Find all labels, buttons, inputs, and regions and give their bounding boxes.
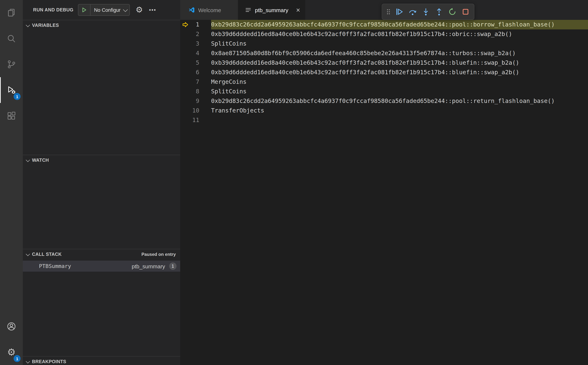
line-number: 10 [180, 106, 199, 115]
chevron-down-icon [25, 251, 31, 257]
step-into-button[interactable] [420, 6, 432, 18]
code-text [211, 115, 588, 125]
code-line[interactable]: 10TransferObjects [180, 106, 588, 115]
extensions-icon [6, 111, 17, 121]
line-number: 9 [180, 96, 199, 106]
sidebar-item-explorer[interactable] [0, 0, 23, 26]
gear-icon: ⚙ [7, 347, 16, 357]
source-control-icon [6, 59, 17, 70]
code-line[interactable]: 7MergeCoins [180, 77, 588, 87]
gutter[interactable]: 7 [180, 77, 211, 87]
line-number: 11 [180, 115, 199, 125]
code-line[interactable]: 8SplitCoins [180, 87, 588, 96]
line-number: 3 [180, 39, 199, 49]
restart-icon [448, 8, 456, 16]
restart-button[interactable] [446, 6, 459, 18]
tab-ptb-summary[interactable]: ptb_summary × [239, 0, 305, 20]
step-into-icon [422, 8, 430, 16]
continue-button[interactable] [393, 6, 406, 18]
code-line[interactable]: 90xb29d83c26cdd2a64959263abbcfc4a6937f0c… [180, 96, 588, 106]
gutter[interactable]: 9 [180, 96, 211, 106]
sidebar-item-source-control[interactable] [0, 51, 23, 77]
tab-label: ptb_summary [255, 7, 289, 13]
line-number: 5 [180, 58, 199, 68]
code-text: 0xb39d6dddedd16ed8a40ce0b1e6b43c92acf0ff… [211, 29, 588, 39]
gutter[interactable]: 3 [180, 39, 211, 49]
breakpoints-section-header[interactable]: BREAKPOINTS [23, 357, 180, 365]
stack-frame-file: ptb_summary [132, 263, 165, 269]
start-debug-button[interactable] [78, 4, 90, 15]
breakpoints-section: BREAKPOINTS [23, 356, 180, 365]
activity-bar: 1 ⚙ 1 [0, 0, 23, 365]
code-line[interactable]: 3SplitCoins [180, 39, 588, 49]
debug-badge: 1 [14, 93, 21, 100]
drag-grip-icon[interactable] [384, 8, 392, 15]
settings-badge: 1 [14, 355, 21, 362]
chevron-down-icon [25, 22, 31, 28]
chevron-down-icon [25, 157, 31, 163]
search-icon [6, 34, 17, 44]
code-line[interactable]: 50xb39d6dddedd16ed8a40ce0b1e6b43c92acf0f… [180, 58, 588, 68]
more-actions-icon[interactable]: ⋯ [149, 6, 156, 14]
launch-config-dropdown[interactable]: No Configur [78, 4, 130, 16]
code-line[interactable]: 60xb39d6dddedd16ed8a40ce0b1e6b43c92acf0f… [180, 68, 588, 77]
accounts-button[interactable] [0, 314, 23, 339]
code-editor[interactable]: 10xb29d83c26cdd2a64959263abbcfc4a6937f0c… [180, 20, 588, 365]
close-icon[interactable]: × [296, 7, 300, 14]
code-line[interactable]: 40x8ae871505a80d8bf6bf9c05906cda6edfeea4… [180, 49, 588, 58]
gutter[interactable]: 11 [180, 115, 211, 125]
stack-frame-badge: 1 [169, 262, 177, 270]
sidebar-item-run-and-debug[interactable]: 1 [0, 77, 23, 103]
files-icon [6, 8, 17, 18]
code-line[interactable]: 11 [180, 115, 588, 125]
vscode-logo-icon [188, 7, 195, 13]
line-number: 6 [180, 68, 199, 77]
editor-group: Welcome ptb_summary × [180, 0, 588, 365]
activity-bar-spacer [0, 129, 23, 314]
line-number: 4 [180, 49, 199, 58]
code-text: 0xb39d6dddedd16ed8a40ce0b1e6b43c92acf0ff… [211, 68, 588, 77]
panel-title: RUN AND DEBUG [33, 7, 73, 13]
variables-section-header[interactable]: VARIABLES [23, 20, 180, 30]
code-text: SplitCoins [211, 39, 588, 49]
step-over-button[interactable] [406, 6, 419, 18]
line-number: 2 [180, 29, 199, 39]
watch-section: WATCH [23, 155, 180, 249]
step-out-button[interactable] [433, 6, 445, 18]
continue-icon [395, 8, 404, 16]
code-line[interactable]: 10xb29d83c26cdd2a64959263abbcfc4a6937f0c… [180, 20, 588, 29]
stop-button[interactable] [459, 6, 472, 18]
code-text: 0xb29d83c26cdd2a64959263abbcfc4a6937f0c9… [211, 96, 588, 106]
gutter[interactable]: 8 [180, 87, 211, 96]
gutter[interactable]: 5 [180, 58, 211, 68]
gutter[interactable]: 10 [180, 106, 211, 115]
sidebar-item-search[interactable] [0, 26, 23, 51]
call-stack-section-header[interactable]: CALL STACK Paused on entry [23, 249, 180, 259]
play-icon [81, 7, 87, 13]
debug-toolbar [382, 4, 474, 20]
watch-section-header[interactable]: WATCH [23, 155, 180, 165]
stack-frame-name: PTBSummary [39, 263, 71, 269]
line-number: 1 [180, 20, 199, 29]
settings-button[interactable]: ⚙ 1 [0, 339, 23, 365]
sidebar-item-extensions[interactable] [0, 103, 23, 129]
debug-settings-gear-icon[interactable]: ⚙ [135, 6, 143, 14]
config-label: No Configur [90, 4, 129, 15]
chevron-down-icon [25, 358, 31, 365]
step-out-icon [435, 8, 443, 16]
stack-frame-meta: ptb_summary 1 [132, 262, 177, 270]
stack-frame-row[interactable]: PTBSummary ptb_summary 1 [23, 261, 180, 272]
gutter[interactable]: 1 [180, 20, 211, 29]
code-line[interactable]: 20xb39d6dddedd16ed8a40ce0b1e6b43c92acf0f… [180, 29, 588, 39]
call-stack-section: CALL STACK Paused on entry PTBSummary pt… [23, 249, 180, 356]
gutter[interactable]: 6 [180, 68, 211, 77]
stop-icon [461, 8, 470, 16]
chevron-down-icon [123, 7, 128, 12]
tab-welcome[interactable]: Welcome [180, 0, 239, 20]
gutter[interactable]: 2 [180, 29, 211, 39]
gutter[interactable]: 4 [180, 49, 211, 58]
line-number: 8 [180, 87, 199, 96]
step-over-icon [409, 8, 417, 16]
code-lines: 10xb29d83c26cdd2a64959263abbcfc4a6937f0c… [180, 20, 588, 125]
account-icon [6, 321, 17, 331]
